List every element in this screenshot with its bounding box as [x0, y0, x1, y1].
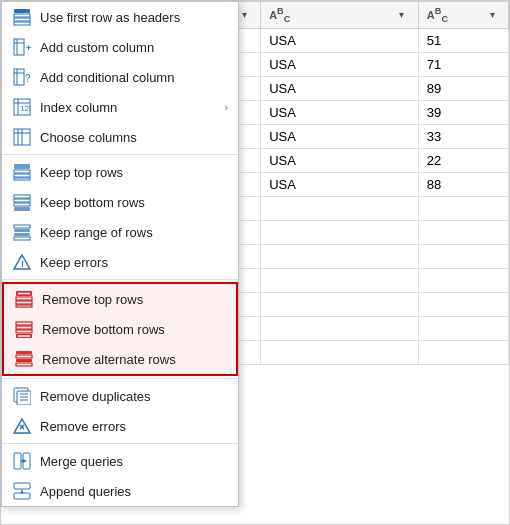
- menu-item-label-keep-top-rows: Keep top rows: [40, 165, 228, 180]
- menu-item-choose-columns[interactable]: Choose columns: [2, 122, 238, 152]
- svg-rect-38: [16, 305, 32, 307]
- svg-rect-47: [16, 363, 32, 366]
- cell-country-3: USA: [261, 100, 419, 124]
- menu-item-label-keep-errors: Keep errors: [40, 255, 228, 270]
- cell-country-5: USA: [261, 148, 419, 172]
- cell-units-9: [418, 244, 508, 268]
- cell-country-4: USA: [261, 124, 419, 148]
- cell-units-11: [418, 292, 508, 316]
- svg-rect-26: [14, 203, 30, 206]
- menu-item-index-column[interactable]: 123Index column›: [2, 92, 238, 122]
- svg-rect-28: [14, 225, 30, 228]
- cell-units-0: 51: [418, 28, 508, 52]
- svg-text:123: 123: [20, 104, 31, 113]
- cell-country-11: [261, 292, 419, 316]
- menu-item-label-add-custom-column: Add custom column: [40, 40, 228, 55]
- svg-rect-21: [14, 170, 30, 173]
- menu-item-keep-bottom-rows[interactable]: Keep bottom rows: [2, 187, 238, 217]
- menu-item-label-add-conditional-column: Add conditional column: [40, 70, 228, 85]
- menu-item-keep-top-rows[interactable]: Keep top rows: [2, 157, 238, 187]
- remove-alternate-icon: [14, 349, 34, 369]
- cell-country-2: USA: [261, 76, 419, 100]
- svg-rect-23: [14, 178, 30, 180]
- cell-country-7: [261, 196, 419, 220]
- menu-item-label-index-column: Index column: [40, 100, 217, 115]
- svg-text:!: !: [21, 259, 24, 269]
- cell-units-2: 89: [418, 76, 508, 100]
- menu-item-remove-duplicates[interactable]: Remove duplicates: [2, 381, 238, 411]
- svg-rect-0: [14, 9, 30, 13]
- menu-item-merge-queries[interactable]: Merge queries: [2, 446, 238, 476]
- cell-country-12: [261, 316, 419, 340]
- svg-rect-1: [14, 14, 30, 17]
- country-type-icon: ABC: [269, 6, 290, 24]
- svg-rect-8: [14, 69, 24, 85]
- svg-rect-37: [16, 301, 32, 304]
- cell-units-10: [418, 268, 508, 292]
- menu-item-label-remove-bottom-rows: Remove bottom rows: [42, 322, 226, 337]
- keep-top-icon: [12, 162, 32, 182]
- menu-item-label-use-first-row: Use first row as headers: [40, 10, 228, 25]
- remove-dupes-icon: [12, 386, 32, 406]
- svg-rect-44: [16, 351, 32, 354]
- menu-item-label-remove-errors: Remove errors: [40, 419, 228, 434]
- main-container: ABC ▾ ABC ▾ ABC ▾: [0, 0, 510, 525]
- table-header-icon: [12, 7, 32, 27]
- menu-item-add-conditional-column[interactable]: ?Add conditional column: [2, 62, 238, 92]
- svg-rect-56: [14, 453, 21, 469]
- svg-rect-41: [16, 330, 32, 333]
- cell-units-7: [418, 196, 508, 220]
- menu-item-add-custom-column[interactable]: +Add custom column: [2, 32, 238, 62]
- svg-rect-36: [16, 297, 32, 300]
- svg-rect-46: [16, 359, 32, 362]
- country-filter-button[interactable]: ▾: [394, 7, 410, 23]
- cell-units-8: [418, 220, 508, 244]
- cell-country-9: [261, 244, 419, 268]
- menu-item-label-remove-top-rows: Remove top rows: [42, 292, 226, 307]
- menu-item-remove-alternate-rows[interactable]: Remove alternate rows: [2, 344, 238, 376]
- menu-item-remove-top-rows[interactable]: Remove top rows: [2, 282, 238, 314]
- cell-country-13: [261, 340, 419, 364]
- svg-rect-2: [14, 18, 30, 21]
- menu-item-keep-range-of-rows[interactable]: Keep range of rows: [2, 217, 238, 247]
- cell-country-1: USA: [261, 52, 419, 76]
- menu-item-label-keep-range-of-rows: Keep range of rows: [40, 225, 228, 240]
- keep-range-icon: [12, 222, 32, 242]
- svg-rect-49: [17, 391, 31, 405]
- menu-divider-9: [2, 279, 238, 280]
- menu-item-label-choose-columns: Choose columns: [40, 130, 228, 145]
- custom-col-icon: +: [12, 37, 32, 57]
- menu-item-keep-errors[interactable]: !Keep errors: [2, 247, 238, 277]
- menu-item-append-queries[interactable]: Append queries: [2, 476, 238, 506]
- menu-item-arrow-index-column: ›: [225, 102, 228, 113]
- units-filter-button[interactable]: ▾: [484, 7, 500, 23]
- units-type-icon: ABC: [427, 6, 448, 24]
- menu-item-label-remove-alternate-rows: Remove alternate rows: [42, 352, 226, 367]
- cell-units-13: [418, 340, 508, 364]
- menu-item-remove-errors[interactable]: Remove errors: [2, 411, 238, 441]
- menu-item-label-keep-bottom-rows: Keep bottom rows: [40, 195, 228, 210]
- merge-icon: [12, 451, 32, 471]
- menu-item-label-remove-duplicates: Remove duplicates: [40, 389, 228, 404]
- svg-rect-60: [14, 483, 30, 489]
- cell-units-6: 88: [418, 172, 508, 196]
- svg-rect-45: [16, 355, 32, 358]
- cell-country-6: USA: [261, 172, 419, 196]
- menu-item-use-first-row[interactable]: Use first row as headers: [2, 2, 238, 32]
- cell-country-10: [261, 268, 419, 292]
- svg-rect-29: [14, 229, 30, 232]
- svg-rect-3: [14, 22, 30, 25]
- cell-country-8: [261, 220, 419, 244]
- svg-rect-40: [16, 326, 32, 329]
- conditional-col-icon: ?: [12, 67, 32, 87]
- remove-top-icon: [14, 289, 34, 309]
- svg-rect-25: [14, 199, 30, 202]
- index-col-icon: 123: [12, 97, 32, 117]
- svg-rect-31: [14, 237, 30, 240]
- menu-item-label-merge-queries: Merge queries: [40, 454, 228, 469]
- menu-divider-5: [2, 154, 238, 155]
- cell-units-4: 33: [418, 124, 508, 148]
- cell-units-12: [418, 316, 508, 340]
- svg-text:+: +: [26, 43, 31, 53]
- menu-item-remove-bottom-rows[interactable]: Remove bottom rows: [2, 314, 238, 344]
